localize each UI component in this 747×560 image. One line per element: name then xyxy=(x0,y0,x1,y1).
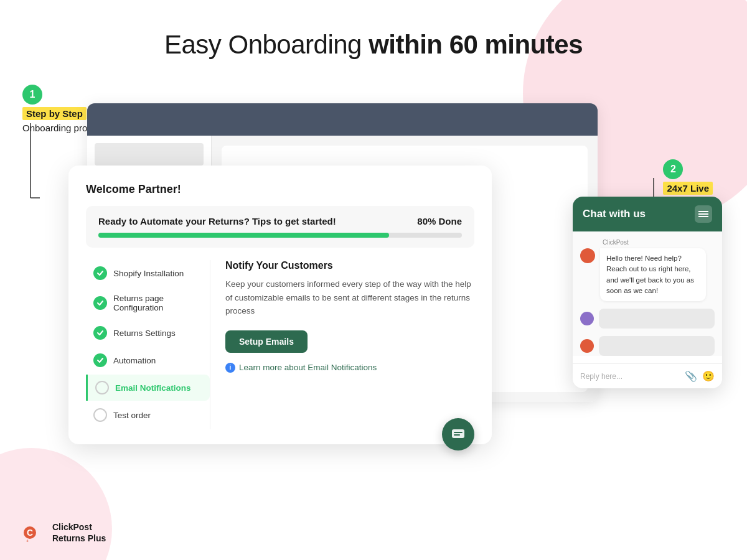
hamburger-icon xyxy=(698,210,708,218)
page-wrapper: Easy Onboarding within 60 minutes 1 Step… xyxy=(0,0,747,560)
logo: C + ClickPostReturns Plus xyxy=(22,520,106,545)
svg-text:C: C xyxy=(27,528,33,538)
chat-placeholder-bar-1 xyxy=(599,309,715,329)
check-icon-automation xyxy=(93,353,107,367)
check-icon-returns-page xyxy=(93,296,107,310)
chat-avatar xyxy=(580,248,595,263)
chat-message: Hello there! Need help? Reach out to us … xyxy=(580,248,715,301)
chat-footer: Reply here... 📎 🙂 xyxy=(573,363,722,388)
left-nav: Shopify Installation Returns pageConfigu… xyxy=(86,260,210,429)
chat-sender-label: ClickPost xyxy=(580,239,715,246)
svg-rect-3 xyxy=(452,429,464,438)
chat-fab-icon xyxy=(451,427,466,442)
info-icon: i xyxy=(225,363,235,373)
attachment-icon[interactable]: 📎 xyxy=(685,370,697,382)
app-bg-sidebar-item xyxy=(95,143,204,166)
welcome-title: Welcome Partner! xyxy=(86,183,474,196)
chat-header: Chat with us xyxy=(573,197,722,231)
right-content: Notify Your Customers Keep your customer… xyxy=(210,260,474,429)
chat-placeholder-bar-2 xyxy=(599,336,715,356)
chat-header-title: Chat with us xyxy=(583,208,646,220)
step-2-highlight: 24x7 Live xyxy=(663,182,713,195)
progress-bar-fill xyxy=(98,233,389,238)
nav-item-returns-page[interactable]: Returns pageConfiguration xyxy=(86,287,210,319)
step-1-circle: 1 xyxy=(22,85,42,105)
logo-text: ClickPostReturns Plus xyxy=(52,521,106,544)
step1-arrow-icon xyxy=(21,123,40,210)
chat-placeholder-avatar-2 xyxy=(580,339,594,353)
nav-item-shopify[interactable]: Shopify Installation xyxy=(86,260,210,286)
right-section-desc: Keep your customers informed every step … xyxy=(225,278,474,318)
learn-more-link[interactable]: i Learn more about Email Notifications xyxy=(225,363,474,373)
nav-item-test-order[interactable]: Test order xyxy=(86,402,210,428)
empty-circle-email xyxy=(95,381,109,394)
chat-bubble: Hello there! Need help? Reach out to us … xyxy=(600,248,706,301)
chat-fab-button[interactable] xyxy=(442,418,474,450)
chat-widget: Chat with us ClickPost Hello there! Need… xyxy=(573,197,722,388)
emoji-icon[interactable]: 🙂 xyxy=(702,370,715,382)
nav-item-automation[interactable]: Automation xyxy=(86,347,210,373)
progress-text: Ready to Automate your Returns? Tips to … xyxy=(98,216,336,226)
card-body: Shopify Installation Returns pageConfigu… xyxy=(86,260,474,429)
step-1-highlight: Step by Step xyxy=(22,107,87,120)
onboarding-card: Welcome Partner! Ready to Automate your … xyxy=(68,166,492,444)
chat-body: ClickPost Hello there! Need help? Reach … xyxy=(573,231,722,356)
empty-circle-test xyxy=(93,408,107,422)
nav-item-email-notifications[interactable]: Email Notifications xyxy=(86,375,210,401)
right-section-title: Notify Your Customers xyxy=(225,260,474,271)
svg-text:+: + xyxy=(26,539,29,543)
nav-item-returns-settings[interactable]: Returns Settings xyxy=(86,320,210,346)
chat-menu-icon[interactable] xyxy=(695,205,712,223)
step-2-circle: 2 xyxy=(663,159,683,179)
check-icon-shopify xyxy=(93,266,107,280)
progress-section: Ready to Automate your Returns? Tips to … xyxy=(86,206,474,248)
progress-percent: 80% Done xyxy=(417,216,462,226)
app-bg-header xyxy=(87,103,598,136)
progress-header: Ready to Automate your Returns? Tips to … xyxy=(98,216,462,226)
chat-placeholder-row-2 xyxy=(580,336,715,356)
chat-reply-input[interactable]: Reply here... xyxy=(580,372,680,381)
content-area: 1 Step by Step Onboarding process xyxy=(0,85,747,508)
check-icon-returns-settings xyxy=(93,326,107,340)
progress-bar-bg xyxy=(98,233,462,238)
chat-placeholder-avatar-1 xyxy=(580,312,594,325)
setup-emails-button[interactable]: Setup Emails xyxy=(225,330,308,353)
logo-icon: C + xyxy=(22,520,47,545)
chat-placeholder-row-1 xyxy=(580,309,715,329)
page-title: Easy Onboarding within 60 minutes xyxy=(0,0,747,60)
